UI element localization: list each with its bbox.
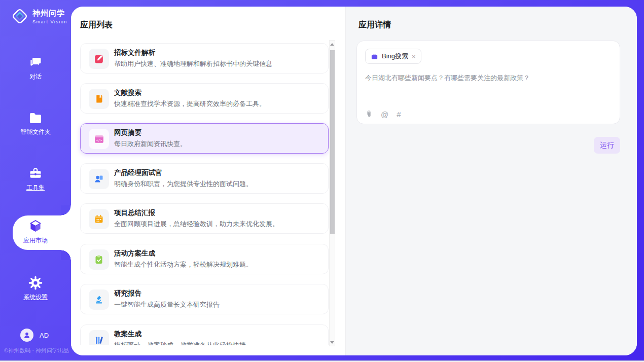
brand-subtitle: Smart Vision: [32, 19, 67, 24]
app-list-panel: 招标文件解析 帮助用户快速、准确地理解和解析招标书中的关键信息 文献搜索 快速精…: [71, 7, 345, 355]
app-title: 活动方案生成: [114, 249, 155, 258]
scrollbar-thumb[interactable]: [330, 50, 335, 234]
folder-icon: [28, 112, 43, 125]
brand-name: 神州问学: [32, 9, 67, 18]
microscope-icon: [89, 289, 109, 310]
app-title: 教案生成: [114, 330, 141, 339]
app-desc: 帮助用户快速、准确地理解和解析招标书中的关键信息: [114, 59, 272, 68]
app-detail-title: 应用详情: [359, 20, 391, 30]
app-desc: 明确身份和职责，为您提供专业性的面试问题。: [114, 179, 253, 189]
close-icon[interactable]: ×: [412, 53, 416, 60]
active-nav-curve-bottom: [61, 250, 71, 260]
app-list-title: 应用列表: [80, 20, 113, 30]
app-card-project-summary[interactable]: 项目总结汇报 全面回顾项目进展，总结经验教训，助力未来优化发展。: [80, 203, 329, 234]
user-name: AD: [40, 332, 49, 339]
app-window: 神州问学 Smart Vision 对话 智能文件夹 工具: [0, 0, 644, 362]
gear-icon: [28, 276, 43, 290]
app-title: 文献搜索: [114, 88, 141, 97]
person-icon: [23, 331, 31, 339]
scrollbar[interactable]: [329, 40, 335, 346]
sidebar-item-settings[interactable]: 系统设置: [0, 276, 71, 302]
app-card-literature-search[interactable]: 文献搜索 快速精准查找学术资源，提高研究效率的必备工具。: [80, 83, 329, 114]
briefcase-icon: [371, 53, 378, 60]
sidebar: 神州问学 Smart Vision 对话 智能文件夹 工具: [0, 0, 71, 360]
sidebar-item-app-market[interactable]: 应用市场: [0, 219, 71, 245]
app-detail-panel: 应用详情 Bing搜索 × 今日湖北有哪些新闻要点？有哪些需要关注的最新政策？ …: [345, 7, 637, 355]
app-card-web-summary[interactable]: </> 网页摘要 每日政府新闻资讯快查。: [80, 123, 329, 154]
app-card-event-plan[interactable]: 活动方案生成 智能生成个性化活动方案，轻松解决规划难题。: [80, 244, 329, 274]
app-desc: 模板驱动，教案秒成，教学准备从此轻松快捷: [114, 341, 246, 345]
run-button[interactable]: 运行: [594, 137, 620, 154]
clipboard-check-icon: [89, 249, 109, 270]
doc-edit-icon: [89, 49, 109, 69]
sidebar-item-label: 应用市场: [23, 236, 48, 245]
app-desc: 全面回顾项目进展，总结经验教训，助力未来优化发展。: [114, 220, 279, 229]
tool-tag-label: Bing搜索: [382, 52, 408, 61]
app-list: 招标文件解析 帮助用户快速、准确地理解和解析招标书中的关键信息 文献搜索 快速精…: [71, 7, 345, 345]
book-icon: [89, 89, 109, 109]
app-card-bid-analysis[interactable]: 招标文件解析 帮助用户快速、准确地理解和解析招标书中的关键信息: [80, 43, 329, 74]
chat-icon: [29, 56, 43, 69]
app-title: 项目总结汇报: [114, 208, 155, 218]
app-title: 网页摘要: [114, 128, 141, 137]
query-editor[interactable]: Bing搜索 × 今日湖北有哪些新闻要点？有哪些需要关注的最新政策？ @ #: [356, 41, 620, 124]
app-desc: 智能生成个性化活动方案，轻松解决规划难题。: [114, 260, 253, 269]
query-text[interactable]: 今日湖北有哪些新闻要点？有哪些需要关注的最新政策？: [365, 74, 613, 83]
hash-icon[interactable]: #: [397, 110, 401, 119]
sidebar-item-chat[interactable]: 对话: [0, 56, 71, 81]
sidebar-item-label: 智能文件夹: [20, 128, 51, 136]
sidebar-item-smart-folder[interactable]: 智能文件夹: [0, 112, 71, 136]
active-nav-curve-top: [61, 205, 71, 215]
app-desc: 快速精准查找学术资源，提高研究效率的必备工具。: [114, 99, 266, 108]
app-title: 招标文件解析: [114, 48, 155, 57]
toolbox-icon: [28, 166, 43, 180]
brand-diamond-icon: [10, 6, 29, 26]
interviewer-icon: [89, 169, 109, 189]
app-desc: 一键智能生成高质量长文本研究报告: [114, 300, 220, 309]
tool-tag-bing-search[interactable]: Bing搜索 ×: [365, 49, 421, 64]
app-title: 产品经理面试官: [114, 168, 162, 177]
logo: 神州问学 Smart Vision: [10, 6, 67, 26]
scroll-down-icon[interactable]: [330, 339, 335, 345]
user-row[interactable]: AD: [20, 329, 49, 342]
sidebar-item-label: 系统设置: [23, 293, 48, 302]
app-card-research-report[interactable]: 研究报告 一键智能生成高质量长文本研究报告: [80, 284, 329, 314]
sidebar-item-label: 工具集: [26, 184, 45, 192]
avatar[interactable]: [20, 329, 33, 342]
paperclip-icon[interactable]: [365, 110, 373, 119]
at-icon[interactable]: @: [381, 110, 388, 119]
calendar-icon: [89, 209, 109, 229]
sidebar-item-toolbox[interactable]: 工具集: [0, 166, 71, 192]
app-card-pm-interviewer[interactable]: 产品经理面试官 明确身份和职责，为您提供专业性的面试问题。: [80, 163, 329, 194]
attachment-toolbar: @ #: [365, 110, 401, 119]
sidebar-item-label: 对话: [29, 73, 42, 81]
app-title: 研究报告: [114, 289, 141, 298]
svg-text:</>: </>: [96, 138, 102, 142]
app-desc: 每日政府新闻资讯快查。: [114, 139, 187, 149]
copyright-text: ©神州数码 · 神州问学出品: [4, 347, 69, 354]
app-card-lesson-plan[interactable]: 教案生成 模板驱动，教案秒成，教学准备从此轻松快捷: [80, 324, 329, 345]
cube-icon: [28, 219, 43, 233]
browser-code-icon: </>: [89, 129, 109, 149]
main-content: 招标文件解析 帮助用户快速、准确地理解和解析招标书中的关键信息 文献搜索 快速精…: [71, 7, 637, 355]
books-icon: [89, 330, 109, 345]
scroll-up-icon[interactable]: [330, 41, 335, 47]
